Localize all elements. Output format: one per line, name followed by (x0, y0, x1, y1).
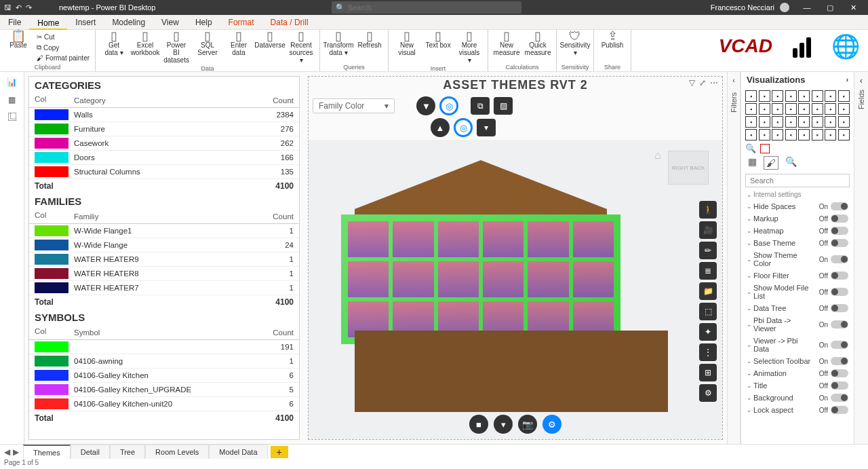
sheet-tab-tree[interactable]: Tree (110, 445, 145, 459)
ribbon-btn-enter-data[interactable]: ▯Enter data (224, 31, 253, 65)
prop-floor-filter[interactable]: ⌄Floor FilterOff (741, 269, 854, 282)
ribbon-btn-excel-workbook[interactable]: ▯Excel workbook (131, 31, 159, 65)
menu-tab-modeling[interactable]: Modeling (104, 15, 153, 29)
down-button[interactable]: ▼ (416, 96, 435, 115)
custom-visual-icon[interactable] (760, 144, 770, 153)
publish-button[interactable]: ⇪Publish (598, 31, 627, 64)
filters-rail[interactable]: ‹ Filters (727, 72, 741, 444)
prop-heatmap[interactable]: ⌄HeatmapOff (741, 225, 854, 237)
redo-icon[interactable]: ↷ (26, 3, 32, 12)
ribbon-btn-transform-data-[interactable]: ▯Transform data ▾ (324, 31, 353, 64)
table-row[interactable]: 04106-Galley Kitchen6 (29, 369, 299, 383)
color-dropdown[interactable]: Family Color ▾ (313, 98, 395, 113)
ribbon-btn-text-box[interactable]: ▯Text box (424, 31, 452, 65)
menu-tab-home[interactable]: Home (29, 16, 67, 30)
visual-type-27[interactable]: ▪ (785, 129, 797, 140)
fields-tab-icon[interactable]: ▦ (748, 156, 757, 170)
toggle[interactable] (831, 227, 848, 235)
visual-type-24[interactable]: ▪ (745, 129, 757, 140)
undo-icon[interactable]: ↶ (16, 3, 22, 12)
model-visual[interactable]: ▽ ⤢ ⋯ ASSET THEMES RVT 2 Family Color ▾ … (308, 76, 723, 440)
prop-selection-toolbar[interactable]: ⌄Selection ToolbarOn (741, 355, 854, 367)
camera-bottom-tool[interactable]: 📷 (518, 415, 537, 434)
ribbon-btn-power-bi-datasets[interactable]: ▯Power BI datasets (162, 31, 191, 65)
stop-bottom-tool[interactable]: ■ (469, 415, 488, 434)
ribbon-btn-get-data-[interactable]: ▯Get data ▾ (100, 31, 128, 65)
visual-type-17[interactable]: ▪ (759, 116, 770, 128)
table-row[interactable]: Furniture276 (29, 122, 299, 136)
visual-type-8[interactable]: ▪ (745, 103, 757, 115)
sheet-tab-detail[interactable]: Detail (71, 445, 110, 459)
toggle[interactable] (831, 369, 848, 377)
table-row[interactable]: 04106-Galley Kitchen-unit206 (29, 397, 299, 411)
prop-pbi-data-viewer[interactable]: ⌄Pbi Data -> ViewerOn (741, 314, 854, 335)
toggle[interactable] (831, 357, 848, 365)
visual-type-11[interactable]: ▪ (785, 103, 797, 115)
prop-show-theme-color[interactable]: ⌄Show Theme ColorOn (741, 249, 854, 269)
ribbon-btn-sql-server[interactable]: ▯SQL Server (193, 31, 222, 65)
fields-rail[interactable]: ‹ Fields (854, 72, 868, 444)
layers-tool[interactable]: ≣ (699, 262, 717, 280)
visual-type-15[interactable]: ▪ (838, 103, 850, 115)
prop-lock-aspect[interactable]: ⌄Lock aspectOff (741, 404, 854, 416)
visual-type-21[interactable]: ▪ (812, 116, 823, 128)
visual-type-4[interactable]: ▪ (798, 90, 810, 102)
toggle[interactable] (831, 255, 848, 263)
paste-button[interactable]: 📋 Paste (4, 31, 33, 64)
visual-type-16[interactable]: ▪ (745, 116, 757, 128)
visual-type-20[interactable]: ▪ (798, 116, 810, 128)
sheet-tab-model-data[interactable]: Model Data (209, 445, 267, 459)
visual-type-3[interactable]: ▪ (785, 90, 797, 102)
toggle[interactable] (831, 214, 848, 223)
sheet-next-icon[interactable]: ▶ (13, 447, 19, 457)
global-search-input[interactable] (348, 3, 517, 12)
table-row[interactable]: W-Wide Flange11 (29, 224, 299, 238)
ribbon-btn-dataverse[interactable]: ▯Dataverse (256, 31, 284, 65)
focus-icon[interactable]: ⤢ (699, 78, 706, 88)
vis-search-input[interactable] (745, 174, 850, 187)
tree-tool[interactable]: ⊞ (699, 364, 717, 381)
table-row[interactable]: W-Wide Flange24 (29, 238, 299, 252)
sheet-tab-room-levels[interactable]: Room Levels (145, 445, 209, 459)
visual-type-6[interactable]: ▪ (825, 90, 836, 102)
cut-button[interactable]: ✂Cut (35, 33, 91, 41)
global-search[interactable]: 🔍 (332, 1, 521, 14)
user-menu[interactable]: Francesco Necciari (711, 3, 789, 12)
menu-tab-help[interactable]: Help (187, 15, 220, 29)
visual-type-25[interactable]: ▪ (759, 129, 770, 140)
prop-hide-spaces[interactable]: ⌄Hide SpacesOn (741, 200, 854, 212)
toggle[interactable] (831, 394, 848, 402)
ribbon-btn-more-visuals-[interactable]: ▯More visuals ▾ (455, 31, 484, 65)
prop-markup[interactable]: ⌄MarkupOff (741, 212, 854, 225)
ribbon-btn-recent-sources-[interactable]: ▯Recent sources ▾ (287, 31, 315, 65)
toggle[interactable] (831, 304, 848, 312)
visual-type-26[interactable]: ▪ (772, 129, 783, 140)
toggle[interactable] (831, 288, 848, 296)
person-tool[interactable]: 🚶 (699, 201, 717, 219)
prop-show-model-file-list[interactable]: ⌄Show Model File ListOff (741, 282, 854, 302)
toggle[interactable] (831, 271, 848, 280)
expand-fields-icon[interactable]: ‹ (860, 76, 863, 86)
visual-type-29[interactable]: ▪ (812, 129, 823, 140)
table-row[interactable]: Structural Columns135 (29, 165, 299, 179)
visual-type-10[interactable]: ▪ (772, 103, 783, 115)
visual-type-14[interactable]: ▪ (825, 103, 836, 115)
visual-type-9[interactable]: ▪ (759, 103, 770, 115)
prop-viewer-pbi-data[interactable]: ⌄Viewer -> Pbi DataOn (741, 335, 854, 355)
filter-icon[interactable]: ▽ (689, 78, 695, 88)
visual-type-19[interactable]: ▪ (785, 116, 797, 128)
prop-animation[interactable]: ⌄AnimationOff (741, 367, 854, 379)
visual-type-0[interactable]: ▪ (745, 90, 757, 102)
format-tab-icon[interactable]: 🖌 (764, 156, 778, 170)
funnel-button[interactable]: ▾ (477, 119, 496, 136)
prop-base-theme[interactable]: ⌄Base ThemeOff (741, 237, 854, 249)
search-icon[interactable]: 🔍 (745, 143, 756, 153)
menu-tab-data-drill[interactable]: Data / Drill (262, 15, 317, 29)
sheet-tab-themes[interactable]: Themes (23, 445, 71, 459)
prop-data-tree[interactable]: ⌄Data TreeOff (741, 302, 854, 314)
menu-tab-view[interactable]: View (153, 15, 187, 29)
toggle[interactable] (831, 381, 848, 390)
add-sheet-button[interactable]: + (271, 446, 288, 458)
cube-tool[interactable]: ⬚ (699, 303, 717, 320)
table-row[interactable]: 04106-Galley Kitchen_UPGRADE5 (29, 383, 299, 397)
